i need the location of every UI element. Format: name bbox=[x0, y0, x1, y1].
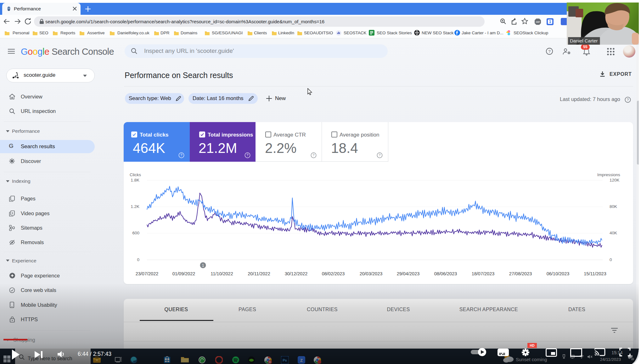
svg-text:Ps: Ps bbox=[283, 358, 287, 362]
svg-text:D: D bbox=[269, 361, 271, 364]
svg-text:Z: Z bbox=[300, 358, 303, 363]
svg-text:Daniel Carter: Daniel Carter bbox=[570, 38, 598, 43]
svg-text:1: 1 bbox=[202, 263, 204, 268]
